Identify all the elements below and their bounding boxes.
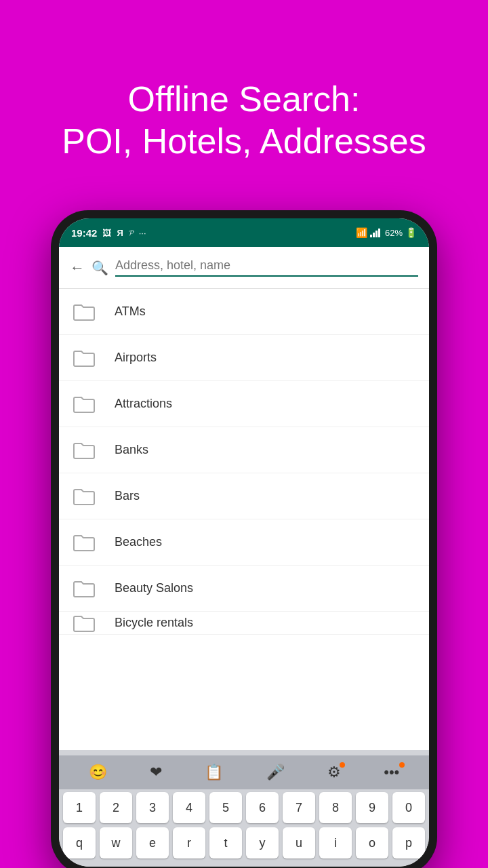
item-label: Airports bbox=[115, 351, 157, 365]
key-5[interactable]: 5 bbox=[209, 792, 242, 823]
number-row: 1 2 3 4 5 6 7 8 9 0 bbox=[63, 792, 425, 823]
notification-icon-2: Я bbox=[117, 228, 123, 238]
sticker-button[interactable]: ❤ bbox=[143, 761, 169, 784]
header-area: Offline Search: POI, Hotels, Addresses bbox=[0, 0, 488, 197]
folder-icon bbox=[73, 533, 96, 552]
status-bar: 19:42 🖼 Я 𝓟 ··· 📶 62% 🔋 bbox=[59, 218, 429, 247]
status-right-icons: 📶 62% 🔋 bbox=[356, 227, 417, 238]
list-item[interactable]: Banks bbox=[59, 427, 429, 473]
folder-icon bbox=[73, 487, 96, 506]
clipboard-button[interactable]: 📋 bbox=[198, 761, 230, 784]
search-input[interactable] bbox=[115, 258, 418, 277]
notification-icon-dots: ··· bbox=[139, 228, 146, 238]
item-label: Banks bbox=[115, 443, 148, 457]
wifi-icon: 📶 bbox=[356, 227, 367, 238]
phone-frame: 19:42 🖼 Я 𝓟 ··· 📶 62% 🔋 ← bbox=[51, 210, 437, 868]
key-9[interactable]: 9 bbox=[356, 792, 388, 823]
key-y[interactable]: y bbox=[246, 827, 279, 859]
key-e[interactable]: e bbox=[136, 827, 169, 859]
key-i[interactable]: i bbox=[319, 827, 352, 859]
folder-icon bbox=[73, 579, 96, 598]
search-icon: 🔍 bbox=[92, 260, 108, 276]
settings-notification-dot bbox=[340, 762, 345, 768]
item-label: Bicycle rentals bbox=[115, 616, 193, 630]
search-bar: ← 🔍 bbox=[59, 247, 429, 289]
key-u[interactable]: u bbox=[283, 827, 315, 859]
folder-icon bbox=[73, 395, 96, 414]
more-notification-dot bbox=[399, 762, 405, 768]
key-t[interactable]: t bbox=[209, 827, 242, 859]
key-6[interactable]: 6 bbox=[246, 792, 279, 823]
list-item[interactable]: Bars bbox=[59, 473, 429, 519]
keyboard: 😊 ❤ 📋 🎤 ⚙ ••• 1 bbox=[59, 750, 429, 867]
status-left: 19:42 🖼 Я 𝓟 ··· bbox=[71, 227, 146, 239]
key-8[interactable]: 8 bbox=[319, 792, 352, 823]
key-3[interactable]: 3 bbox=[136, 792, 169, 823]
battery-icon: 🔋 bbox=[405, 227, 417, 238]
key-o[interactable]: o bbox=[356, 827, 388, 859]
key-4[interactable]: 4 bbox=[173, 792, 205, 823]
item-label: Attractions bbox=[115, 397, 172, 411]
list-item[interactable]: Beaches bbox=[59, 519, 429, 566]
list-item[interactable]: Bicycle rentals bbox=[59, 612, 429, 635]
notification-icon-3: 𝓟 bbox=[129, 229, 134, 237]
key-r[interactable]: r bbox=[173, 827, 205, 859]
back-button[interactable]: ← bbox=[70, 259, 85, 277]
list-item[interactable]: ATMs bbox=[59, 289, 429, 335]
item-label: Beaches bbox=[115, 535, 162, 549]
list-item[interactable]: Airports bbox=[59, 335, 429, 381]
folder-icon bbox=[73, 349, 96, 368]
folder-icon bbox=[73, 302, 96, 321]
key-w[interactable]: w bbox=[100, 827, 132, 859]
microphone-button[interactable]: 🎤 bbox=[260, 761, 291, 784]
key-2[interactable]: 2 bbox=[100, 792, 132, 823]
key-7[interactable]: 7 bbox=[283, 792, 315, 823]
key-p[interactable]: p bbox=[392, 827, 425, 859]
keyboard-rows: 1 2 3 4 5 6 7 8 9 0 q w bbox=[59, 789, 429, 867]
phone-mockup: 19:42 🖼 Я 𝓟 ··· 📶 62% 🔋 ← bbox=[51, 210, 437, 868]
emoji-button[interactable]: 😊 bbox=[82, 761, 114, 784]
folder-icon bbox=[73, 614, 96, 633]
item-label: Bars bbox=[115, 489, 140, 503]
settings-button[interactable]: ⚙ bbox=[321, 761, 348, 784]
folder-icon bbox=[73, 441, 96, 460]
key-q[interactable]: q bbox=[63, 827, 96, 859]
app-title: Offline Search: POI, Hotels, Addresses bbox=[27, 37, 461, 183]
phone-screen: 19:42 🖼 Я 𝓟 ··· 📶 62% 🔋 ← bbox=[59, 218, 429, 867]
poi-list: ATMs Airports Attr bbox=[59, 289, 429, 750]
signal-bars bbox=[370, 228, 380, 237]
battery-text: 62% bbox=[385, 228, 403, 238]
letter-row-1: q w e r t y u i o p bbox=[63, 827, 425, 859]
notification-icon-1: 🖼 bbox=[102, 228, 111, 238]
more-button[interactable]: ••• bbox=[377, 761, 406, 784]
item-label: ATMs bbox=[115, 304, 146, 319]
item-label: Beauty Salons bbox=[115, 581, 193, 595]
keyboard-toolbar: 😊 ❤ 📋 🎤 ⚙ ••• bbox=[59, 755, 429, 789]
list-item[interactable]: Attractions bbox=[59, 381, 429, 427]
key-0[interactable]: 0 bbox=[392, 792, 425, 823]
list-item[interactable]: Beauty Salons bbox=[59, 566, 429, 612]
clock: 19:42 bbox=[71, 227, 97, 239]
key-1[interactable]: 1 bbox=[63, 792, 96, 823]
